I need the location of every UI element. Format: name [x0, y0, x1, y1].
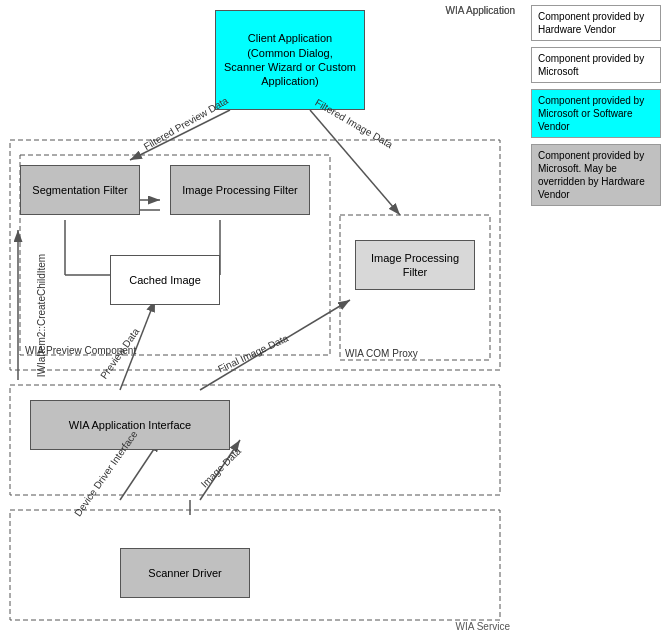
legend-hw-vendor: Component provided by Hardware Vendor [531, 5, 661, 41]
wia-service-label: WIA Service [456, 621, 510, 632]
scanner-driver-label: Scanner Driver [148, 566, 221, 580]
segmentation-filter-box: Segmentation Filter [20, 165, 140, 215]
scanner-driver-box: Scanner Driver [120, 548, 250, 598]
image-processing-filter-2-label: Image Processing Filter [362, 251, 468, 280]
svg-rect-6 [10, 510, 500, 620]
legend-ms-sw-vendor: Component provided by Microsoft or Softw… [531, 89, 661, 138]
wia-com-proxy-label: WIA COM Proxy [345, 348, 418, 359]
legend-hw-override: Component provided by Microsoft. May be … [531, 144, 661, 206]
image-processing-filter-1-label: Image Processing Filter [182, 183, 298, 197]
legend-hw-override-text: Component provided by Microsoft. May be … [538, 150, 645, 200]
final-image-data-label: Final Image Data [216, 332, 290, 374]
svg-line-7 [130, 110, 230, 160]
image-processing-filter-1-box: Image Processing Filter [170, 165, 310, 215]
cached-image-box: Cached Image [110, 255, 220, 305]
create-child-item-label: IWIaItem2::CreateChildItem [36, 254, 47, 377]
wia-app-section-label: WIA Application [446, 5, 515, 16]
filtered-preview-data-label: Filtered Preview Data [142, 95, 230, 152]
client-app-label: Client Application(Common Dialog,Scanner… [224, 31, 356, 88]
legend-microsoft: Component provided by Microsoft [531, 47, 661, 83]
image-data-label: Image Data [199, 445, 243, 489]
legend-ms-sw-vendor-text: Component provided by Microsoft or Softw… [538, 95, 644, 132]
segmentation-filter-label: Segmentation Filter [32, 183, 127, 197]
image-processing-filter-2-box: Image Processing Filter [355, 240, 475, 290]
cached-image-label: Cached Image [129, 273, 201, 287]
legend-hw-vendor-text: Component provided by Hardware Vendor [538, 11, 644, 35]
client-app-box: Client Application(Common Dialog,Scanner… [215, 10, 365, 110]
legend-area: Component provided by Hardware Vendor Co… [531, 5, 661, 212]
legend-microsoft-text: Component provided by Microsoft [538, 53, 644, 77]
